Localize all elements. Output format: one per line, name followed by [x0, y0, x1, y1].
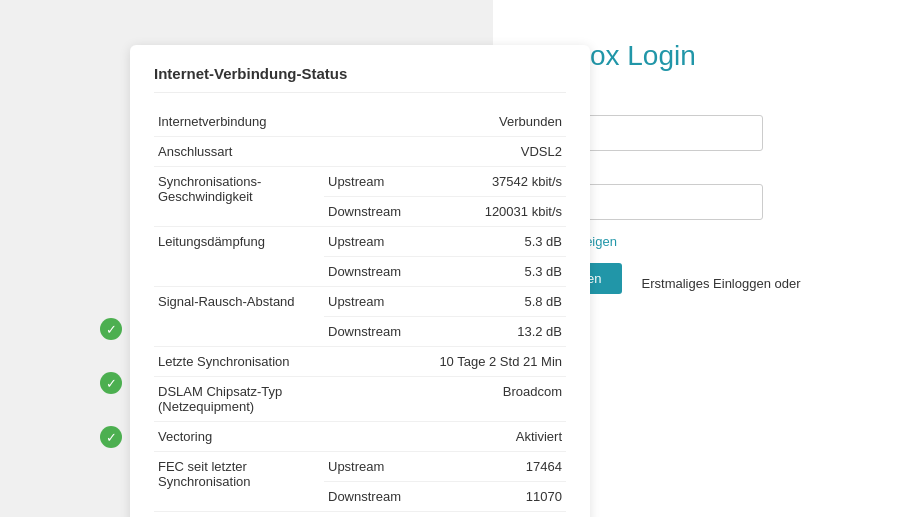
row-key [324, 377, 424, 422]
row-key: Upstream [324, 512, 424, 518]
row-key: Upstream [324, 167, 424, 197]
row-key: Upstream [324, 452, 424, 482]
row-key: Downstream [324, 482, 424, 512]
row-key: Downstream [324, 257, 424, 287]
row-label: Signal-Rausch-Abstand [154, 287, 324, 347]
table-row: LeitungsdämpfungUpstream5.3 dB [154, 227, 566, 257]
first-login-text: Erstmaliges Einloggen oder [642, 276, 801, 291]
table-row: InternetverbindungVerbunden [154, 107, 566, 137]
table-row: FEC seit letzter SynchronisationUpstream… [154, 452, 566, 482]
row-label: CRC seit letzter Synchronisation [154, 512, 324, 518]
status-card: Internet-Verbindung-Status Internetverbi… [130, 45, 590, 517]
row-key: Upstream [324, 227, 424, 257]
check-icon-1: ✓ [100, 318, 122, 340]
row-label: Leitungsdämpfung [154, 227, 324, 287]
row-label: Letzte Synchronisation [154, 347, 324, 377]
row-label: Synchronisations-Geschwindigkeit [154, 167, 324, 227]
card-title: Internet-Verbindung-Status [154, 65, 566, 93]
row-value: 17464 [424, 452, 566, 482]
row-label: Vectoring [154, 422, 324, 452]
row-label: FEC seit letzter Synchronisation [154, 452, 324, 512]
table-row: Letzte Synchronisation10 Tage 2 Std 21 M… [154, 347, 566, 377]
table-row: DSLAM Chipsatz-Typ (Netzequipment)Broadc… [154, 377, 566, 422]
row-value: 10 Tage 2 Std 21 Min [424, 347, 566, 377]
row-value: Broadcom [424, 377, 566, 422]
table-row: VectoringAktiviert [154, 422, 566, 452]
row-key [324, 137, 424, 167]
row-value: Verbunden [424, 107, 566, 137]
row-key: Upstream [324, 287, 424, 317]
row-value: 5.8 dB [424, 287, 566, 317]
status-table: InternetverbindungVerbundenAnschlussartV… [154, 107, 566, 517]
check-icon-2: ✓ [100, 372, 122, 394]
row-key [324, 347, 424, 377]
row-key: Downstream [324, 197, 424, 227]
row-key [324, 107, 424, 137]
row-value: 0 [424, 512, 566, 518]
row-value: 13.2 dB [424, 317, 566, 347]
check-icon-3: ✓ [100, 426, 122, 448]
row-label: Anschlussart [154, 137, 324, 167]
table-row: Synchronisations-GeschwindigkeitUpstream… [154, 167, 566, 197]
row-label: DSLAM Chipsatz-Typ (Netzequipment) [154, 377, 324, 422]
row-value: Aktiviert [424, 422, 566, 452]
table-row: AnschlussartVDSL2 [154, 137, 566, 167]
row-value: 5.3 dB [424, 257, 566, 287]
table-row: Signal-Rausch-AbstandUpstream5.8 dB [154, 287, 566, 317]
row-key: Downstream [324, 317, 424, 347]
row-key [324, 422, 424, 452]
row-value: 5.3 dB [424, 227, 566, 257]
row-label: Internetverbindung [154, 107, 324, 137]
row-value: 120031 kbit/s [424, 197, 566, 227]
row-value: 37542 kbit/s [424, 167, 566, 197]
table-row: CRC seit letzter SynchronisationUpstream… [154, 512, 566, 518]
row-value: 11070 [424, 482, 566, 512]
row-value: VDSL2 [424, 137, 566, 167]
